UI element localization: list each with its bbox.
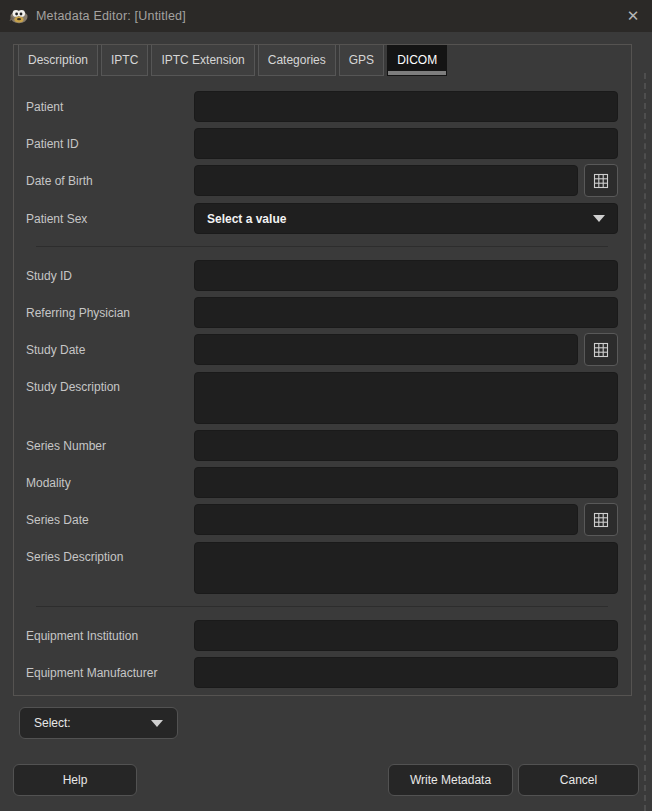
- form-row: Patient ID: [26, 128, 618, 159]
- form-row: Date of Birth: [26, 165, 618, 197]
- series-number-input[interactable]: [194, 430, 618, 461]
- scrollbar[interactable]: [644, 73, 650, 811]
- notebook-frame: Description IPTC IPTC Extension Categori…: [13, 44, 632, 696]
- study-date-calendar-button[interactable]: [584, 333, 618, 366]
- chevron-down-icon: [593, 215, 605, 222]
- cancel-button-label: Cancel: [560, 773, 597, 787]
- form-row: Series Description: [26, 542, 618, 594]
- series-date-calendar-button[interactable]: [584, 503, 618, 536]
- patient-input[interactable]: [194, 91, 618, 122]
- window-title: Metadata Editor: [Untitled]: [36, 9, 186, 23]
- write-metadata-button-label: Write Metadata: [410, 773, 491, 787]
- gimp-wilber-icon: [9, 8, 29, 24]
- form-row: Equipment Manufacturer: [26, 657, 618, 688]
- referring-physician-label: Referring Physician: [26, 306, 194, 320]
- patient-sex-dropdown[interactable]: Select a value: [194, 203, 618, 234]
- chevron-down-icon: [151, 720, 163, 727]
- calendar-grid-icon: [593, 342, 609, 358]
- tab-iptc[interactable]: IPTC: [101, 45, 148, 76]
- section-separator: [36, 606, 608, 607]
- series-date-input[interactable]: [194, 504, 578, 535]
- date-of-birth-input[interactable]: [194, 165, 578, 196]
- form-row: Series Date: [26, 504, 618, 536]
- equipment-manufacturer-input[interactable]: [194, 657, 618, 688]
- modality-label: Modality: [26, 476, 194, 490]
- patient-sex-value: Select a value: [207, 212, 286, 226]
- tab-description[interactable]: Description: [18, 45, 98, 76]
- metadata-editor-dialog: Metadata Editor: [Untitled] ✕ Descriptio…: [0, 0, 652, 811]
- series-date-label: Series Date: [26, 513, 194, 527]
- select-dropdown[interactable]: Select:: [19, 707, 178, 739]
- write-metadata-button[interactable]: Write Metadata: [388, 764, 513, 796]
- series-description-label: Series Description: [26, 542, 194, 564]
- study-description-textarea[interactable]: [194, 372, 618, 424]
- modality-input[interactable]: [194, 467, 618, 498]
- cancel-button[interactable]: Cancel: [518, 764, 639, 796]
- titlebar: Metadata Editor: [Untitled] ✕: [0, 0, 652, 32]
- help-button[interactable]: Help: [13, 764, 137, 796]
- form-row: Study ID: [26, 260, 618, 291]
- tab-gps[interactable]: GPS: [339, 45, 384, 76]
- calendar-grid-icon: [593, 173, 609, 189]
- study-id-input[interactable]: [194, 260, 618, 291]
- patient-id-label: Patient ID: [26, 137, 194, 151]
- dicom-form: Patient Patient ID Date of Birth: [14, 79, 631, 695]
- tab-iptc-extension[interactable]: IPTC Extension: [151, 45, 254, 76]
- study-description-label: Study Description: [26, 372, 194, 394]
- patient-label: Patient: [26, 100, 194, 114]
- help-button-label: Help: [63, 773, 88, 787]
- form-row: Referring Physician: [26, 297, 618, 328]
- series-description-textarea[interactable]: [194, 542, 618, 594]
- select-dropdown-label: Select:: [34, 716, 71, 730]
- tab-categories[interactable]: Categories: [258, 45, 336, 76]
- equipment-manufacturer-label: Equipment Manufacturer: [26, 666, 194, 680]
- close-icon[interactable]: ✕: [620, 4, 646, 28]
- form-row: Study Description: [26, 372, 618, 424]
- form-row: Series Number: [26, 430, 618, 461]
- section-separator: [36, 246, 608, 247]
- form-row: Study Date: [26, 334, 618, 366]
- study-date-input[interactable]: [194, 334, 578, 365]
- date-of-birth-label: Date of Birth: [26, 174, 194, 188]
- date-of-birth-calendar-button[interactable]: [584, 164, 618, 197]
- tab-strip: Description IPTC IPTC Extension Categori…: [18, 45, 447, 78]
- equipment-institution-input[interactable]: [194, 620, 618, 651]
- study-id-label: Study ID: [26, 269, 194, 283]
- form-row: Patient: [26, 91, 618, 122]
- form-row: Modality: [26, 467, 618, 498]
- form-row: Equipment Institution: [26, 620, 618, 651]
- calendar-grid-icon: [593, 512, 609, 528]
- patient-sex-label: Patient Sex: [26, 212, 194, 226]
- form-row: Patient Sex Select a value: [26, 203, 618, 234]
- referring-physician-input[interactable]: [194, 297, 618, 328]
- tab-dicom[interactable]: DICOM: [387, 45, 447, 76]
- equipment-institution-label: Equipment Institution: [26, 629, 194, 643]
- series-number-label: Series Number: [26, 439, 194, 453]
- patient-id-input[interactable]: [194, 128, 618, 159]
- study-date-label: Study Date: [26, 343, 194, 357]
